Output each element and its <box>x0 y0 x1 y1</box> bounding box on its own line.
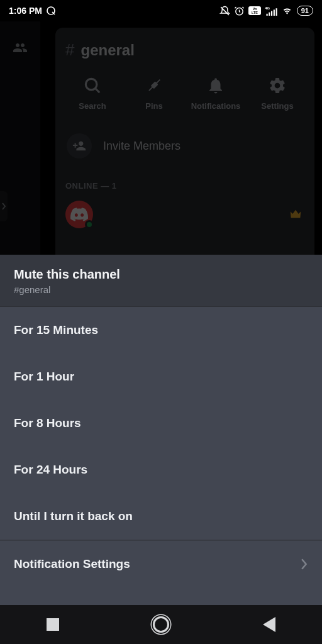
discord-logo-icon <box>70 208 88 221</box>
volte-icon: VoLTE <box>248 6 261 15</box>
pin-icon <box>145 76 164 95</box>
status-bar: 1:06 PM VoLTE 4G 91 <box>0 0 322 21</box>
mute-title: Mute this channel <box>14 267 308 282</box>
mute-options: For 15 Minutes For 1 Hour For 8 Hours Fo… <box>0 307 322 644</box>
system-nav-bar <box>0 605 322 644</box>
back-button[interactable] <box>263 617 275 632</box>
pins-action[interactable]: Pins <box>129 76 179 111</box>
mute-header: Mute this channel #general <box>0 255 322 307</box>
search-action[interactable]: Search <box>67 76 118 111</box>
presence-online-icon <box>85 220 94 229</box>
svg-rect-12 <box>275 8 277 16</box>
signal-icon: 4G <box>265 6 277 16</box>
settings-label: Settings <box>261 101 293 111</box>
browser-q-icon <box>46 6 56 16</box>
pins-label: Pins <box>145 101 162 111</box>
mute-option-15min[interactable]: For 15 Minutes <box>0 307 322 353</box>
svg-text:LTE: LTE <box>252 11 258 14</box>
gear-icon <box>268 76 287 95</box>
chevron-right-icon <box>301 558 308 570</box>
member-row[interactable] <box>62 194 308 235</box>
svg-point-13 <box>86 79 97 90</box>
hash-icon: # <box>65 40 74 60</box>
invite-label: Invite Members <box>103 140 180 153</box>
channel-header[interactable]: # general <box>62 38 308 72</box>
chevron-right-icon <box>1 203 6 210</box>
svg-rect-8 <box>266 13 267 15</box>
notifications-action[interactable]: Notifications <box>191 76 241 111</box>
svg-rect-10 <box>271 11 272 16</box>
mute-option-1hour[interactable]: For 1 Hour <box>0 353 322 400</box>
friends-icon[interactable] <box>10 40 30 55</box>
member-avatar <box>65 201 93 228</box>
online-header: ONLINE — 1 <box>62 170 308 194</box>
settings-action[interactable]: Settings <box>252 76 303 111</box>
notification-settings[interactable]: Notification Settings <box>0 541 322 587</box>
alarm-icon <box>234 6 245 16</box>
wifi-icon <box>281 6 293 16</box>
channel-name: general <box>80 42 134 59</box>
status-time: 1:06 PM <box>9 6 42 16</box>
status-right: VoLTE 4G 91 <box>219 6 313 16</box>
home-button[interactable] <box>153 616 169 633</box>
mute-subtitle: #general <box>14 284 308 295</box>
mute-option-24hours[interactable]: For 24 Hours <box>0 447 322 493</box>
search-label: Search <box>79 101 106 111</box>
mute-bell-icon <box>219 6 230 16</box>
recents-button[interactable] <box>47 618 59 631</box>
mute-sheet: Mute this channel #general For 15 Minute… <box>0 255 322 644</box>
channel-actions: Search Pins Notifications Settings <box>62 72 308 119</box>
svg-rect-9 <box>269 12 270 15</box>
mute-option-8hours[interactable]: For 8 Hours <box>0 400 322 447</box>
battery-icon: 91 <box>297 6 313 16</box>
search-icon <box>83 76 102 95</box>
bell-icon <box>206 76 225 95</box>
crown-icon <box>287 208 304 221</box>
svg-line-14 <box>96 89 100 93</box>
mute-option-until-off[interactable]: Until I turn it back on <box>0 493 322 540</box>
notifications-label: Notifications <box>191 101 241 111</box>
svg-rect-11 <box>274 9 275 16</box>
status-left: 1:06 PM <box>9 6 56 16</box>
notification-settings-label: Notification Settings <box>14 557 130 571</box>
svg-text:4G: 4G <box>265 6 270 10</box>
add-person-icon <box>72 139 86 153</box>
invite-members[interactable]: Invite Members <box>62 119 308 170</box>
drawer-handle[interactable] <box>0 191 8 221</box>
invite-avatar <box>67 133 92 158</box>
